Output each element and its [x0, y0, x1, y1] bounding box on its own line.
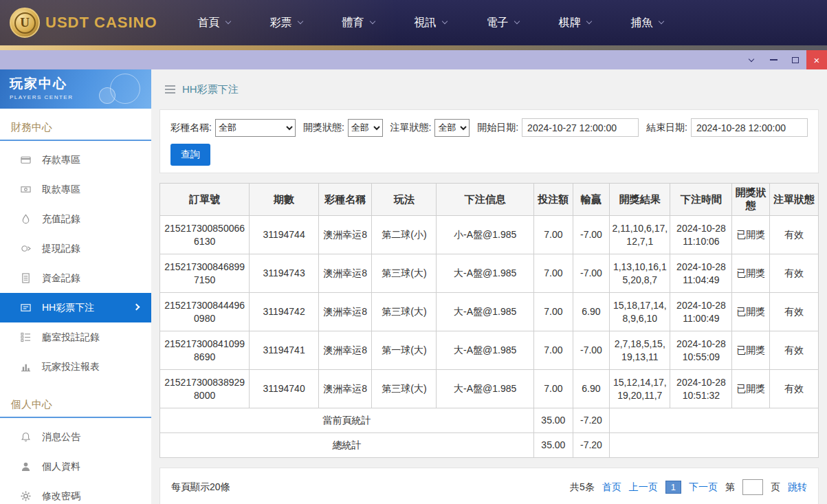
window-close-button[interactable]: ×	[806, 50, 827, 69]
cell-win-loss: -7.00	[573, 331, 610, 370]
col-period: 期數	[250, 184, 319, 216]
nav-item-video[interactable]: 視訊	[395, 0, 467, 45]
chevron-down-icon	[514, 19, 519, 24]
window-collapse-button[interactable]	[740, 50, 762, 69]
sidebar-item-label: 取款專區	[42, 184, 80, 196]
current-page[interactable]: 1	[665, 481, 681, 494]
gold-divider	[0, 45, 827, 50]
order-status-label: 注單狀態:	[390, 122, 432, 134]
total-summary-amount: 35.00	[534, 433, 573, 458]
lottery-name-select[interactable]: 全部	[215, 119, 296, 137]
nav-item-label: 棋牌	[559, 16, 581, 30]
usdt-casino-logo-icon: U	[10, 8, 40, 38]
sidebar-item-deposit[interactable]: 存款專區	[0, 145, 151, 175]
end-date-input[interactable]	[691, 118, 808, 137]
cell-order-status: 有效	[770, 216, 819, 254]
cell-order-status: 有效	[770, 331, 819, 370]
sidebar-section-finance: 財務中心	[0, 117, 151, 141]
hamburger-menu-icon[interactable]	[165, 85, 175, 94]
personal-menu: 消息公告 個人資料 修改密碼	[0, 418, 151, 504]
jump-prefix-label: 第	[725, 481, 735, 494]
cell-play: 第三球(大)	[372, 293, 437, 331]
cell-bet-time: 2024-10-28 10:55:09	[670, 331, 732, 370]
chevron-right-icon	[133, 304, 140, 311]
decor-circle	[99, 87, 115, 104]
next-page-link[interactable]: 下一页	[689, 481, 718, 494]
cell-order-status: 有效	[770, 370, 819, 408]
prev-page-link[interactable]: 上一页	[629, 481, 658, 494]
col-bet-amount: 投注額	[534, 184, 573, 216]
sidebar-item-label: 提現記錄	[42, 243, 80, 255]
sidebar-item-recharge-records[interactable]: 充值記錄	[0, 204, 151, 234]
nav-item-label: 視訊	[415, 16, 437, 30]
chevron-down-icon	[749, 56, 754, 62]
cell-order-no: 2152173008389298000	[160, 370, 250, 408]
cell-amount: 7.00	[534, 370, 573, 408]
cell-result: 15,12,14,17,19,20,11,7	[610, 370, 670, 408]
cell-period: 31194741	[250, 331, 319, 370]
finance-menu: 存款專區 取款專區 充值記錄 提現記錄 資金記錄 HH彩票下注	[0, 141, 151, 386]
withdraw-cash-icon	[21, 184, 31, 195]
nav-item-sports[interactable]: 體育	[322, 0, 395, 45]
cell-bet-time: 2024-10-28 11:10:06	[670, 216, 732, 254]
chevron-down-icon	[586, 19, 591, 24]
total-summary-empty	[610, 433, 819, 458]
close-icon: ×	[814, 54, 820, 66]
total-count: 共5条	[570, 481, 595, 494]
sidebar-item-player-report[interactable]: 玩家投注報表	[0, 352, 151, 382]
cell-result: 15,18,17,14,8,9,6,10	[610, 293, 670, 331]
sidebar-item-profile[interactable]: 個人資料	[0, 452, 151, 481]
col-win-loss: 輸贏	[573, 184, 610, 216]
main-content: HH彩票下注 彩種名稱: 全部 開獎狀態: 全部 注單狀態: 全部 開始日期: …	[151, 69, 827, 504]
chevron-down-icon	[441, 19, 447, 24]
cell-period: 31194740	[250, 370, 319, 408]
cell-order-status: 有效	[770, 254, 819, 293]
order-status-select[interactable]: 全部	[434, 119, 470, 137]
start-date-input[interactable]	[522, 118, 639, 137]
cell-draw-status: 已開獎	[732, 293, 770, 331]
table-row: 2152173008468997150 31194743 澳洲幸运8 第三球(大…	[160, 254, 819, 293]
sidebar-item-label: 資金記錄	[42, 272, 80, 285]
nav-item-electronic[interactable]: 電子	[467, 0, 539, 45]
sidebar-item-withdraw[interactable]: 取款專區	[0, 175, 151, 204]
sidebar-item-room-bet-records[interactable]: 廳室投註記錄	[0, 322, 151, 352]
recharge-record-icon	[21, 214, 31, 224]
table-row: 2152173008389298000 31194740 澳洲幸运8 第三球(大…	[160, 370, 819, 408]
search-button[interactable]: 查詢	[170, 144, 210, 166]
pagination: 共5条 首页 上一页 1 下一页 第 页 跳转	[570, 479, 807, 495]
window-maximize-button[interactable]	[784, 50, 806, 69]
nav-item-lottery[interactable]: 彩票	[250, 0, 322, 45]
sidebar-item-withdrawal-records[interactable]: 提現記錄	[0, 234, 151, 263]
deposit-card-icon	[21, 155, 31, 165]
sidebar-item-label: 存款專區	[42, 154, 80, 166]
maximize-icon	[792, 57, 799, 63]
chevron-down-icon	[369, 19, 375, 24]
sidebar-item-funds-records[interactable]: 資金記錄	[0, 263, 151, 293]
lottery-name-label: 彩種名稱:	[170, 122, 212, 134]
sidebar-item-change-password[interactable]: 修改密碼	[0, 481, 151, 504]
cell-result: 2,7,18,5,15,19,13,11	[610, 331, 670, 370]
cell-play: 第三球(大)	[372, 370, 437, 408]
jump-suffix-label: 页	[771, 481, 780, 494]
nav-item-fishing[interactable]: 捕魚	[611, 0, 683, 45]
nav-item-label: 電子	[487, 16, 509, 30]
sidebar-item-announcements[interactable]: 消息公告	[0, 422, 151, 452]
total-summary-label: 總統計	[160, 433, 534, 458]
col-draw-status: 開獎狀態	[732, 184, 770, 216]
col-play: 玩法	[372, 184, 437, 216]
draw-status-select[interactable]: 全部	[348, 119, 383, 137]
cell-bet-info: 大-A盤@1.985	[437, 293, 534, 331]
sidebar: 玩家中心 PLAYERS CENTER 財務中心 存款專區 取款專區 充值記錄 …	[0, 69, 151, 504]
page-jump-input[interactable]	[742, 479, 763, 495]
nav-item-chess[interactable]: 棋牌	[539, 0, 611, 45]
first-page-link[interactable]: 首页	[602, 481, 621, 494]
jump-button[interactable]: 跳转	[788, 481, 807, 494]
cell-bet-info: 大-A盤@1.985	[437, 254, 534, 293]
cell-order-no: 2152173008468997150	[160, 254, 250, 293]
window-minimize-button[interactable]	[762, 50, 784, 69]
per-page-info: 每頁顯示20條	[171, 481, 230, 494]
table-footer: 每頁顯示20條 共5条 首页 上一页 1 下一页 第 页 跳转	[159, 468, 819, 504]
page-summary-empty	[610, 408, 819, 433]
nav-item-home[interactable]: 首頁	[178, 0, 250, 45]
sidebar-item-hh-lottery-bet[interactable]: HH彩票下注	[0, 293, 151, 322]
